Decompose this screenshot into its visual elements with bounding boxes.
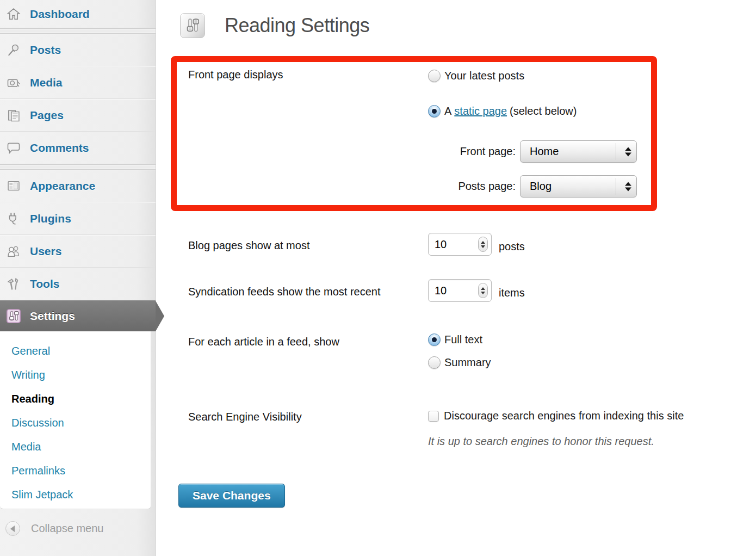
search-visibility-label: Search Engine Visibility (188, 408, 395, 424)
blog-pages-unit: posts (499, 236, 525, 253)
collapse-menu-label: Collapse menu (31, 522, 103, 535)
sidebar-item-label: Tools (30, 277, 59, 291)
menu-separator (0, 28, 156, 34)
static-page-link[interactable]: static page (454, 105, 507, 117)
full-text-radio[interactable] (428, 333, 441, 346)
sidebar-item-label: Dashboard (30, 8, 90, 21)
collapse-arrow-icon (5, 521, 20, 536)
blog-pages-row: Blog pages show at most 10 posts (188, 233, 756, 256)
comment-icon (5, 140, 22, 156)
sidebar-item-plugins[interactable]: Plugins (0, 202, 156, 235)
main-content: Reading Settings Front page displays You… (157, 0, 756, 556)
home-icon (5, 6, 22, 22)
feed-article-row: For each article in a feed, show Full te… (188, 329, 756, 369)
front-page-select-value: Home (530, 145, 559, 158)
users-icon (5, 243, 22, 260)
sidebar-item-dashboard[interactable]: Dashboard (0, 0, 156, 28)
submenu-item-general[interactable]: General (0, 339, 151, 363)
menu-separator (0, 164, 156, 170)
front-page-highlight-box: Front page displays Your latest posts As… (171, 56, 657, 211)
front-page-label: Front page: (448, 145, 516, 158)
collapse-menu-button[interactable]: Collapse menu (5, 521, 103, 536)
plug-icon (5, 211, 22, 227)
syndication-value: 10 (435, 285, 447, 297)
static-page-suffix: (select below) (510, 105, 577, 117)
pushpin-icon (5, 42, 22, 58)
submenu-item-media[interactable]: Media (0, 435, 151, 459)
search-visibility-note: It is up to search engines to honor this… (428, 435, 756, 448)
sidebar-item-label: Posts (30, 44, 61, 57)
sidebar-item-label: Media (30, 76, 63, 89)
submenu-item-discussion[interactable]: Discussion (0, 411, 151, 435)
sidebar-item-label: Appearance (30, 180, 95, 193)
save-changes-button[interactable]: Save Changes (178, 484, 285, 508)
camera-icon (5, 75, 22, 91)
settings-submenu: General Writing Reading Discussion Media… (0, 331, 151, 509)
sidebar-item-label: Settings (30, 310, 75, 323)
stepper-icon[interactable] (478, 237, 488, 252)
search-visibility-row: Search Engine Visibility Discourage sear… (188, 408, 756, 448)
feed-article-label: For each article in a feed, show (188, 329, 395, 349)
discourage-indexing-checkbox[interactable] (428, 411, 439, 422)
submenu-item-slim-jetpack[interactable]: Slim Jetpack (0, 483, 151, 506)
page-header: Reading Settings (180, 13, 756, 38)
reading-settings-icon (180, 13, 205, 38)
posts-page-label: Posts page: (448, 180, 516, 193)
posts-page-row: Posts page: Blog (448, 175, 651, 197)
sidebar-item-label: Plugins (30, 212, 71, 225)
sidebar-item-pages[interactable]: Pages (0, 99, 156, 132)
discourage-indexing-option: Discourage search engines from indexing … (428, 410, 756, 422)
latest-posts-label: Your latest posts (444, 70, 524, 82)
front-page-displays-label: Front page displays (188, 66, 395, 82)
static-page-label: Astatic page(select below) (444, 105, 577, 118)
full-text-option: Full text (428, 333, 756, 346)
summary-label: Summary (444, 356, 491, 369)
full-text-label: Full text (444, 333, 482, 346)
front-page-row: Front page: Home (448, 140, 651, 163)
stepper-icon[interactable] (478, 283, 488, 298)
sidebar-item-appearance[interactable]: Appearance (0, 170, 156, 202)
static-page-prefix: A (444, 105, 451, 117)
summary-radio[interactable] (428, 356, 441, 369)
discourage-indexing-label: Discourage search engines from indexing … (444, 410, 684, 422)
syndication-label: Syndication feeds show the most recent (188, 279, 389, 299)
static-page-option: Astatic page(select below) (428, 105, 651, 118)
blog-pages-input[interactable]: 10 (428, 233, 492, 256)
latest-posts-option: Your latest posts (428, 70, 651, 82)
sidebar-item-media[interactable]: Media (0, 66, 156, 99)
sidebar-item-label: Pages (30, 109, 64, 122)
sidebar-item-tools[interactable]: Tools (0, 268, 156, 300)
admin-sidebar: Dashboard Posts Media Pages Comments App… (0, 0, 156, 556)
submenu-item-permalinks[interactable]: Permalinks (0, 459, 151, 483)
sidebar-item-posts[interactable]: Posts (0, 34, 156, 66)
summary-option: Summary (428, 356, 756, 369)
front-page-select[interactable]: Home (520, 140, 637, 163)
settings-icon (5, 308, 22, 324)
latest-posts-radio[interactable] (428, 70, 441, 82)
posts-page-select-value: Blog (530, 180, 551, 193)
select-arrows-icon (625, 147, 631, 156)
submenu-item-writing[interactable]: Writing (0, 363, 151, 387)
posts-page-select[interactable]: Blog (520, 175, 637, 197)
sidebar-item-label: Users (30, 245, 61, 258)
blog-pages-value: 10 (435, 238, 447, 251)
select-arrows-icon (625, 182, 631, 191)
pages-icon (5, 107, 22, 123)
sidebar-item-label: Comments (30, 141, 89, 155)
syndication-row: Syndication feeds show the most recent 1… (188, 279, 756, 302)
sidebar-item-users[interactable]: Users (0, 235, 156, 268)
static-page-radio[interactable] (428, 105, 441, 118)
syndication-unit: items (499, 282, 525, 299)
appearance-icon (5, 178, 22, 194)
blog-pages-label: Blog pages show at most (188, 233, 395, 253)
tools-icon (5, 276, 22, 292)
sidebar-item-comments[interactable]: Comments (0, 132, 156, 164)
submenu-item-reading[interactable]: Reading (0, 387, 151, 411)
syndication-input[interactable]: 10 (428, 279, 492, 302)
sidebar-item-settings[interactable]: Settings (0, 300, 156, 331)
page-title: Reading Settings (225, 14, 369, 37)
